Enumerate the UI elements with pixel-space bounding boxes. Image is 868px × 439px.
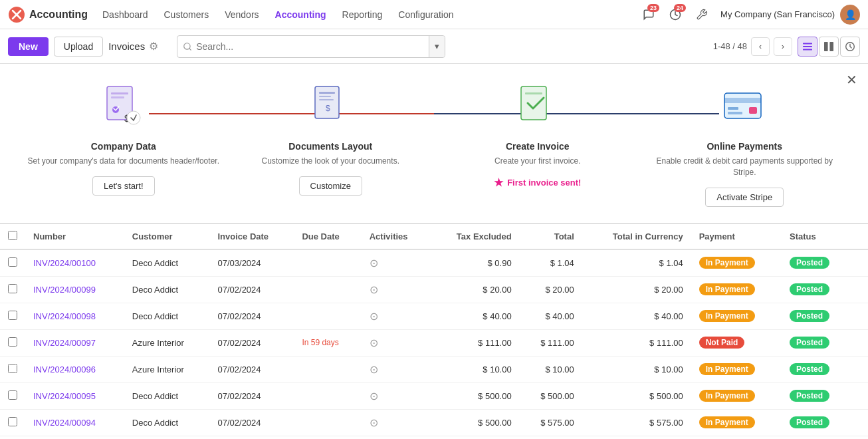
row-checkbox-3[interactable] — [8, 337, 17, 347]
table-row[interactable]: INV/2024/00098 Deco Addict 07/02/2024 ⊙ … — [0, 303, 868, 329]
next-page-button[interactable]: › — [774, 37, 792, 56]
user-avatar[interactable]: 👤 — [840, 5, 860, 25]
prev-page-button[interactable]: ‹ — [751, 37, 770, 56]
search-input[interactable] — [196, 41, 425, 52]
table-row[interactable]: INV/2024/00095 Deco Addict 07/02/2024 ⊙ … — [0, 382, 868, 409]
table-row[interactable]: INV/2024/00099 Deco Addict 07/02/2024 ⊙ … — [0, 276, 868, 303]
cell-due-date-3: In 59 days — [294, 329, 361, 356]
nav-reporting[interactable]: Reporting — [336, 7, 389, 23]
col-due-date: Due Date — [294, 223, 361, 249]
activities-icon-btn[interactable]: 24 — [665, 4, 686, 25]
svg-point-14 — [127, 111, 140, 124]
table-row[interactable]: INV/2024/00097 Azure Interior 07/02/2024… — [0, 329, 868, 356]
invoices-table-container: Number Customer Invoice Date Due Date Ac… — [0, 223, 868, 439]
cell-due-date-0 — [294, 249, 361, 277]
row-checkbox-6[interactable] — [8, 417, 17, 426]
cell-activities-2: ⊙ — [362, 303, 430, 329]
cell-status-3: Posted — [782, 329, 852, 356]
step-docs-icon: $ — [304, 80, 357, 133]
breadcrumb-section: Invoices ⚙ — [108, 40, 158, 53]
cell-status-6: Posted — [782, 409, 852, 436]
svg-rect-26 — [749, 107, 757, 114]
cell-status-1: Posted — [782, 276, 852, 303]
cell-payment-4: In Payment — [691, 356, 782, 382]
kanban-view-button[interactable] — [819, 37, 839, 57]
nav-dashboard[interactable]: Dashboard — [96, 7, 155, 23]
col-number: Number — [25, 223, 124, 249]
row-checkbox-1[interactable] — [8, 284, 17, 293]
cell-customer-1: Deco Addict — [124, 276, 210, 303]
svg-rect-6 — [824, 42, 828, 51]
app-logo[interactable]: Accounting — [8, 6, 88, 23]
col-activities: Activities — [362, 223, 430, 249]
svg-rect-3 — [803, 43, 812, 44]
search-bar[interactable]: ▾ — [177, 35, 445, 58]
select-all-checkbox[interactable] — [8, 231, 17, 240]
cell-due-date-6 — [294, 409, 361, 436]
company-name[interactable]: My Company (San Francisco) — [720, 9, 835, 19]
cell-customer-3: Azure Interior — [124, 329, 210, 356]
step-docs-title: Documents Layout — [288, 141, 372, 152]
onboarding-banner: ✕ $ Company Data Set your company's data… — [0, 64, 868, 223]
step-payments-icon — [718, 80, 771, 133]
table-row[interactable]: INV/2024/00094 Deco Addict 07/02/2024 ⊙ … — [0, 409, 868, 436]
col-invoice-date: Invoice Date — [210, 223, 294, 249]
cell-customer-6: Deco Addict — [124, 409, 210, 436]
search-dropdown-button[interactable]: ▾ — [429, 36, 445, 57]
step-docs-desc: Customize the look of your documents. — [262, 156, 399, 167]
settings-icon-btn[interactable] — [691, 4, 712, 25]
svg-text:$: $ — [326, 104, 330, 113]
cell-total-3: $ 111.00 — [520, 329, 582, 356]
cell-total-1: $ 20.00 — [520, 276, 582, 303]
row-checkbox-4[interactable] — [8, 364, 17, 373]
step-payments-button[interactable]: Activate Stripe — [705, 188, 784, 207]
cell-number-2: INV/2024/00098 — [25, 303, 124, 329]
svg-rect-25 — [728, 112, 742, 114]
onboarding-step-docs-layout: $ Documents Layout Customize the look of… — [234, 80, 428, 196]
svg-rect-4 — [803, 45, 812, 47]
cell-customer-2: Deco Addict — [124, 303, 210, 329]
svg-rect-18 — [319, 99, 334, 100]
nav-accounting[interactable]: Accounting — [269, 7, 333, 23]
cell-invoice-date-5: 07/02/2024 — [210, 382, 294, 409]
cell-total-currency-1: $ 20.00 — [582, 276, 691, 303]
upload-button[interactable]: Upload — [54, 37, 103, 57]
nav-vendors[interactable]: Vendors — [218, 7, 265, 23]
close-banner-button[interactable]: ✕ — [846, 72, 857, 88]
onboarding-step-company-data: $ Company Data Set your company's data f… — [27, 80, 221, 196]
chat-icon-btn[interactable]: 23 — [638, 4, 659, 25]
top-navigation: Accounting Dashboard Customers Vendors A… — [0, 0, 868, 29]
step-company-desc: Set your company's data for documents he… — [28, 156, 219, 167]
cell-invoice-date-2: 07/02/2024 — [210, 303, 294, 329]
table-row[interactable]: INV/2024/00096 Azure Interior 07/02/2024… — [0, 356, 868, 382]
svg-rect-15 — [315, 86, 339, 118]
cell-payment-3: Not Paid — [691, 329, 782, 356]
table-scroll-area[interactable]: Number Customer Invoice Date Due Date Ac… — [0, 223, 868, 439]
breadcrumb-label: Invoices — [108, 41, 145, 52]
cell-tax-excluded-1: $ 20.00 — [430, 276, 520, 303]
cell-total-4: $ 10.00 — [520, 356, 582, 382]
svg-rect-11 — [111, 96, 124, 98]
nav-configuration[interactable]: Configuration — [391, 7, 460, 23]
new-button[interactable]: New — [8, 37, 49, 56]
row-checkbox-2[interactable] — [8, 311, 17, 320]
col-tax-excluded: Tax Excluded — [430, 223, 520, 249]
list-view-button[interactable] — [798, 37, 817, 57]
breadcrumb-settings-icon[interactable]: ⚙ — [149, 40, 158, 53]
svg-rect-20 — [521, 86, 546, 120]
step-docs-button[interactable]: Customize — [299, 176, 362, 196]
step-company-button[interactable]: Let's start! — [92, 176, 155, 196]
nav-customers[interactable]: Customers — [158, 7, 216, 23]
cell-invoice-date-0: 07/03/2024 — [210, 249, 294, 277]
svg-rect-22 — [724, 93, 761, 118]
chat-badge: 23 — [647, 4, 659, 12]
row-checkbox-5[interactable] — [8, 390, 17, 400]
cell-invoice-date-6: 07/02/2024 — [210, 409, 294, 436]
cell-payment-6: In Payment — [691, 409, 782, 436]
cell-tax-excluded-5: $ 500.00 — [430, 382, 520, 409]
cell-tax-excluded-4: $ 10.00 — [430, 356, 520, 382]
row-checkbox-0[interactable] — [8, 257, 17, 267]
table-row[interactable]: INV/2024/00100 Deco Addict 07/03/2024 ⊙ … — [0, 249, 868, 277]
clock-view-button[interactable] — [840, 37, 860, 57]
wrench-icon — [696, 9, 708, 21]
